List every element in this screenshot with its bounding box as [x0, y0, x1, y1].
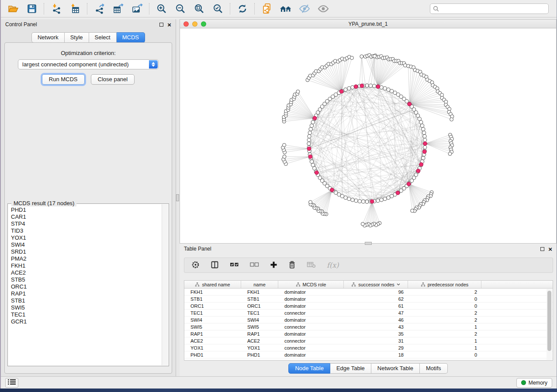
open-file-button[interactable] [3, 1, 22, 16]
close-panel-icon[interactable]: × [167, 23, 171, 27]
mcds-result-item[interactable]: RAP1 [8, 290, 162, 297]
table-scrollbar-thumb[interactable] [547, 291, 551, 351]
tab-motifs[interactable]: Motifs [420, 363, 448, 374]
mcds-node[interactable] [416, 169, 420, 173]
table-cell[interactable]: 2 [408, 330, 481, 337]
network-node[interactable] [390, 89, 394, 93]
mcds-result-item[interactable]: PMA2 [8, 255, 162, 262]
table-cell[interactable]: YOX1 [241, 344, 278, 351]
mcds-node[interactable] [396, 191, 400, 195]
tab-select[interactable]: Select [89, 32, 117, 43]
mcds-node[interactable] [422, 150, 426, 154]
import-table-button[interactable] [66, 1, 84, 16]
network-node[interactable] [450, 118, 453, 121]
mcds-result-item[interactable]: GCR1 [8, 318, 162, 325]
mcds-result-item[interactable]: PHD1 [8, 206, 162, 213]
mcds-result-item[interactable]: SRD1 [8, 248, 162, 255]
mcds-result-item[interactable]: ORC1 [8, 283, 162, 290]
tab-node-table[interactable]: Node Table [288, 363, 330, 374]
network-node[interactable] [340, 194, 344, 198]
network-node[interactable] [354, 199, 358, 203]
column-header-mcds-role[interactable]: MCDS role [278, 281, 344, 288]
network-node[interactable] [351, 86, 354, 89]
network-node[interactable] [361, 222, 364, 226]
network-node[interactable] [419, 120, 423, 124]
zoom-selected-button[interactable] [208, 1, 227, 16]
network-node[interactable] [423, 134, 426, 138]
network-node[interactable] [309, 127, 312, 131]
network-node[interactable] [283, 155, 286, 158]
save-session-button[interactable] [22, 1, 41, 16]
table-cell[interactable]: PHD1 [241, 351, 278, 358]
table-cell[interactable]: 46 [344, 316, 408, 323]
network-node[interactable] [344, 196, 347, 199]
column-header-successor-nodes[interactable]: successor nodes [344, 281, 408, 288]
table-cell[interactable]: ORC1 [184, 303, 241, 309]
column-header-shared-name[interactable]: shared name [184, 281, 241, 288]
network-node[interactable] [380, 86, 383, 89]
mcds-node[interactable] [423, 142, 427, 146]
table-row[interactable]: STB1STB1dominator620 [184, 296, 553, 303]
network-node[interactable] [420, 124, 424, 127]
criterion-select[interactable]: largest connected component (undirected) [18, 59, 159, 69]
network-node[interactable] [373, 84, 376, 88]
table-row[interactable]: TEC1TEC1connector472 [184, 309, 553, 316]
zoom-in-button[interactable] [152, 1, 171, 16]
mcds-node[interactable] [408, 102, 412, 106]
network-node[interactable] [416, 114, 419, 117]
table-cell[interactable]: FKH1 [184, 289, 241, 295]
select-all-button[interactable] [230, 261, 239, 269]
network-node[interactable] [448, 152, 452, 155]
mcds-result-item[interactable]: TEC1 [8, 311, 162, 318]
mcds-result-item[interactable]: SWI4 [8, 241, 162, 248]
mcds-node[interactable] [354, 85, 358, 89]
table-cell[interactable]: STB1 [241, 296, 278, 302]
network-titlebar[interactable]: YPA_prune.txt_1 [180, 20, 556, 28]
mcds-node[interactable] [339, 89, 343, 93]
delete-column-button[interactable] [288, 261, 296, 270]
network-node[interactable] [347, 86, 351, 90]
table-cell[interactable]: dominator [278, 296, 344, 302]
export-image-button[interactable] [128, 1, 146, 16]
mcds-list-scrollbar[interactable] [162, 204, 168, 365]
hide-selected-button[interactable] [295, 1, 314, 16]
network-node[interactable] [344, 88, 347, 91]
table-cell[interactable]: TEC1 [241, 309, 278, 316]
table-cell[interactable]: dominator [278, 351, 344, 358]
mcds-result-list[interactable]: PHD1CAR1STP4TID3YOX1SWI4SRD1PMA2FKH1ACE2… [8, 206, 162, 365]
network-node[interactable] [380, 198, 383, 202]
table-row[interactable]: RAP1RAP1dominator352 [184, 330, 553, 337]
network-node[interactable] [347, 197, 351, 200]
mcds-result-item[interactable]: STP4 [8, 220, 162, 227]
mcds-node[interactable] [313, 116, 317, 120]
table-cell[interactable]: 18 [344, 351, 408, 358]
mcds-node[interactable] [308, 155, 312, 159]
network-node[interactable] [362, 200, 365, 203]
mcds-result-item[interactable]: STB5 [8, 276, 162, 283]
table-cell[interactable]: 1 [408, 323, 481, 330]
column-header-name[interactable]: name [241, 281, 278, 288]
table-cell[interactable]: dominator [278, 316, 344, 323]
network-node[interactable] [423, 145, 427, 149]
network-canvas[interactable] [180, 28, 556, 243]
table-cell[interactable]: 29 [344, 344, 408, 351]
network-node[interactable] [350, 56, 353, 60]
tab-edge-table[interactable]: Edge Table [330, 363, 371, 374]
table-cell[interactable]: TEC1 [184, 309, 241, 316]
network-node[interactable] [387, 88, 390, 91]
table-cell[interactable]: YOX1 [184, 344, 241, 351]
network-node[interactable] [422, 131, 426, 134]
network-node[interactable] [373, 55, 377, 58]
table-cell[interactable]: 62 [344, 296, 408, 302]
network-node[interactable] [308, 131, 311, 134]
mcds-node[interactable] [370, 199, 374, 203]
table-cell[interactable]: 0 [408, 351, 481, 358]
table-cell[interactable]: connector [278, 309, 344, 316]
mcds-node[interactable] [407, 182, 411, 186]
mcds-result-item[interactable]: ACE2 [8, 269, 162, 276]
export-network-button[interactable] [90, 1, 109, 16]
float-panel-icon[interactable] [159, 23, 163, 27]
network-node[interactable] [422, 156, 425, 160]
mcds-node[interactable] [376, 85, 380, 89]
mcds-node[interactable] [315, 171, 318, 175]
